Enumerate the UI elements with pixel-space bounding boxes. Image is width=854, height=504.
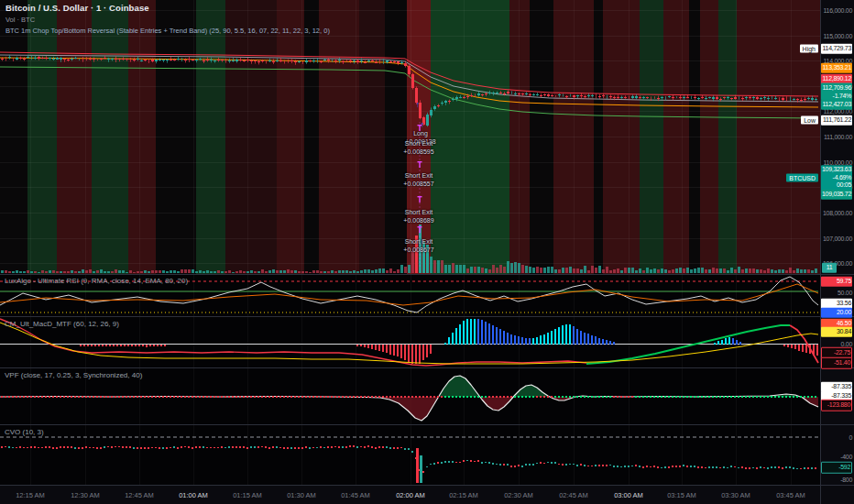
trade-label: Short Exit+0.008677 bbox=[389, 238, 448, 254]
time-tick-label: 02:00 AM bbox=[396, 491, 425, 499]
macd-tick-label: 0.00 bbox=[822, 341, 852, 347]
price-price-badge: 111,761.22 bbox=[821, 115, 852, 126]
high-tag: High bbox=[800, 45, 818, 53]
symbol-title[interactable]: Bitcoin / U.S. Dollar · 1 · Coinbase bbox=[5, 3, 330, 13]
cvo-tick-label: -800 bbox=[822, 477, 852, 483]
time-tick-label: 12:30 AM bbox=[71, 491, 100, 499]
trade-label: Short Exit+0.008557 bbox=[389, 172, 448, 188]
macd-price-badge: 30.84 bbox=[821, 327, 852, 337]
svg-text:↑: ↑ bbox=[416, 100, 421, 109]
time-tick-label: 01:15 AM bbox=[233, 491, 262, 499]
price-price-badge: 113,353.21 bbox=[821, 63, 852, 73]
cvo-indicator-title[interactable]: CVO (10, 3) bbox=[5, 428, 44, 436]
price-price-badge: 114,729.73 bbox=[821, 44, 852, 54]
price-price-badge: 112,709.96-1.74% bbox=[821, 83, 852, 101]
rsi-indicator-title[interactable]: LuxAlgo - Ultimate RSI (9, RMA, close, 1… bbox=[5, 277, 188, 285]
time-tick-label: 01:30 AM bbox=[287, 491, 316, 499]
time-tick-label: 03:15 AM bbox=[667, 491, 696, 499]
price-tick-label: 116,000.00 bbox=[822, 7, 852, 14]
pane-divider[interactable] bbox=[0, 367, 854, 368]
time-tick-label: 03:30 AM bbox=[721, 491, 750, 499]
rsi-price-badge: 59.75 bbox=[821, 277, 852, 287]
pane-divider[interactable] bbox=[0, 316, 854, 317]
time-axis-divider bbox=[0, 485, 854, 486]
macd-indicator-title[interactable]: CM_Ult_MacD_MTF (60, 12, 26, 9) bbox=[5, 320, 119, 328]
low-tag: Low bbox=[801, 116, 818, 125]
trade-label: Short Exit+0.008689 bbox=[389, 209, 448, 225]
trade-label: Short Exit+0.008595 bbox=[389, 140, 448, 156]
price-price-badge: 109,323.63-4.69%00:05 bbox=[821, 165, 852, 191]
price-tick-label: 111,000.00 bbox=[822, 134, 852, 140]
chart-legend: Bitcoin / U.S. Dollar · 1 · Coinbase Vol… bbox=[5, 3, 330, 35]
time-tick-label: 01:45 AM bbox=[341, 491, 370, 499]
volume-legend[interactable]: Vol · BTC bbox=[5, 16, 330, 24]
time-tick-label: 03:00 AM bbox=[614, 491, 643, 499]
cvo-tick-label: -400 bbox=[822, 454, 852, 460]
time-tick-label: 12:45 AM bbox=[125, 491, 154, 499]
rsi-price-badge: 20.00 bbox=[821, 308, 852, 318]
time-tick-label: 02:45 AM bbox=[559, 491, 588, 499]
price-tick-label: 115,000.00 bbox=[822, 33, 852, 39]
svg-text:↑: ↑ bbox=[421, 120, 425, 129]
vpf-indicator-title[interactable]: VPF (close, 17, 0.25, 3, Synchronized, 4… bbox=[5, 371, 142, 379]
btcusd-tag: BTCUSD bbox=[786, 174, 818, 182]
price-price-badge: 112,427.03 bbox=[821, 100, 852, 110]
trading-chart-app: ↑↑ Bitcoin / U.S. Dollar · 1 · Coinbase … bbox=[0, 0, 854, 504]
rsi-price-badge: 33.56 bbox=[821, 299, 852, 309]
price-tick-label: 108,000.00 bbox=[822, 210, 852, 216]
macd-price-badge: -51.40 bbox=[821, 357, 852, 369]
vpf-price-badge: -123.880 bbox=[821, 400, 852, 411]
price-tick-label: 107,000.00 bbox=[822, 236, 852, 242]
time-tick-label: 01:00 AM bbox=[179, 491, 208, 499]
rsi-tick-label: 50.00 bbox=[822, 290, 852, 296]
price-price-badge: 109,035.72 bbox=[821, 190, 852, 200]
time-tick-label: 03:45 AM bbox=[776, 491, 805, 499]
pane-divider[interactable] bbox=[0, 274, 854, 275]
time-tick-label: 12:15 AM bbox=[16, 491, 45, 499]
cvo-price-badge: -592 bbox=[821, 462, 852, 474]
cvo-tick-label: 0 bbox=[822, 434, 852, 441]
pane-divider[interactable] bbox=[0, 424, 854, 425]
time-tick-label: 02:30 AM bbox=[504, 491, 533, 499]
vpf-price-badge: -87.335 bbox=[821, 382, 852, 392]
time-tick-label: 02:15 AM bbox=[449, 491, 478, 499]
price-price-badge: 11 bbox=[822, 263, 837, 273]
strategy-legend[interactable]: BTC 1m Chop Top/Bottom Reversal (Stable … bbox=[5, 27, 330, 35]
